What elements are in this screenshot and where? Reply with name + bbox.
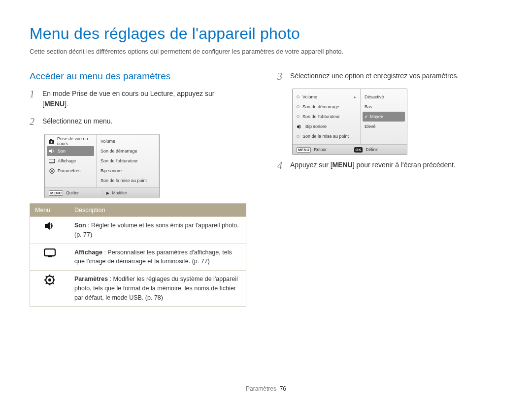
camera-screen-options: Volume▸ Son de démarrage Son de l'obtura… (292, 89, 407, 155)
sound-icon (297, 123, 302, 129)
step-2: 2 Sélectionnez un menu. (30, 116, 255, 127)
list-item: Bip sonore (100, 166, 156, 176)
chevron-right-icon: ▸ (354, 95, 356, 99)
row-icon-sound (30, 217, 70, 244)
term: Son (74, 222, 86, 229)
camera-right-list: Volume Son de démarrage Son de l'obturat… (97, 134, 159, 187)
option-item: Elevé (363, 122, 405, 131)
table-row: Son : Régler le volume et les sons émis … (30, 217, 246, 244)
display-icon (44, 248, 56, 257)
step4-text-b: ] pour revenir à l'écran précédent. (353, 161, 456, 169)
play-icon: ▶ (106, 191, 109, 195)
svg-line-20 (53, 276, 54, 277)
step4-text-a: Appuyez sur [ (290, 161, 332, 169)
menu-key-label: MENU (44, 100, 65, 108)
menu-key-label: MENU (332, 161, 353, 169)
footer-label: Retour (314, 147, 327, 152)
row-icon-settings (30, 271, 70, 307)
side-item-settings: Paramètres (45, 166, 96, 176)
svg-rect-4 (49, 159, 55, 163)
check-icon: ✔ (365, 115, 368, 119)
svg-point-12 (48, 278, 51, 281)
step-text: En mode Prise de vue en cours ou Lecture… (42, 89, 255, 109)
gear-icon (49, 168, 55, 174)
svg-rect-10 (48, 256, 52, 257)
step-number: 2 (30, 116, 37, 127)
term: Affichage (74, 249, 102, 256)
svg-marker-8 (45, 222, 50, 230)
svg-point-7 (51, 170, 52, 171)
list-item: Son de l'obturateur (296, 112, 357, 122)
table-row: Paramètres : Modifier les réglages du sy… (30, 271, 246, 307)
camera-screen-menu: Prise de vue en cours Son (44, 134, 160, 198)
col-description: Description (69, 204, 246, 217)
svg-line-18 (53, 283, 54, 284)
step-number: 1 (30, 89, 37, 109)
ok-tag: OK (354, 147, 363, 153)
list-item: Bip sonore (296, 122, 357, 131)
side-item-shooting: Prise de vue en cours (45, 136, 96, 146)
bullet-icon (297, 105, 299, 108)
side-item-label: Paramètres (58, 168, 81, 173)
bullet-icon (297, 115, 299, 118)
footer-label: Modifier (112, 190, 127, 195)
term: Paramètres (74, 276, 108, 282)
bullet-icon (297, 95, 299, 98)
footer-right: OK Définir (350, 147, 407, 153)
sound-icon (49, 148, 55, 154)
manual-page: Menu des réglages de l'appareil photo Ce… (0, 0, 532, 401)
row-desc: Affichage : Personnaliser les paramètres… (69, 244, 246, 271)
camera-footer: MENU Quitter ▶ Modifier (45, 187, 159, 198)
camera-icon (49, 138, 54, 144)
camera-body: Prise de vue en cours Son (45, 134, 159, 187)
step-1: 1 En mode Prise de vue en cours ou Lectu… (30, 89, 255, 109)
side-item-label: Affichage (58, 158, 76, 163)
side-item-label: Prise de vue en cours (57, 136, 92, 146)
list-item: Volume (100, 136, 156, 146)
bullet-icon (297, 135, 299, 138)
side-item-label: Son (58, 149, 66, 154)
menu-tag: MENU (49, 190, 63, 196)
gear-icon (44, 275, 55, 285)
svg-point-2 (51, 141, 53, 143)
row-desc: Son : Régler le volume et les sons émis … (69, 217, 246, 244)
list-item: Son de démarrage (296, 102, 357, 112)
step-3: 3 Sélectionnez une option et enregistrez… (277, 71, 502, 82)
footer-left: MENU Quitter (45, 190, 102, 196)
display-icon (49, 158, 55, 164)
bracket-close: ]. (65, 100, 68, 108)
option-item: Désactivé (363, 92, 405, 102)
list-item: Volume▸ (296, 92, 357, 102)
table-row: Affichage : Personnaliser les paramètres… (30, 244, 246, 271)
row-desc: Paramètres : Modifier les réglages du sy… (69, 271, 246, 307)
col-menu: Menu (30, 204, 70, 217)
page-title: Menu des réglages de l'appareil photo (30, 25, 502, 43)
step-number: 4 (277, 160, 285, 171)
list-item: Son de l'obturateur (100, 156, 156, 166)
table-header-row: Menu Description (30, 204, 246, 217)
section-heading: Accéder au menu des paramètres (30, 71, 255, 82)
svg-line-19 (46, 283, 47, 284)
svg-marker-21 (297, 124, 299, 129)
svg-rect-9 (44, 249, 55, 256)
footer-label: Définir (366, 147, 378, 152)
camera-options-list: Désactivé Bas ✔Moyen Elevé (361, 89, 407, 144)
menu-description-table: Menu Description Son : Régler le volume … (30, 203, 246, 307)
two-column-layout: Accéder au menu des paramètres 1 En mode… (30, 68, 502, 307)
step1-text-a: En mode Prise de vue en cours ou Lecture… (42, 90, 214, 97)
option-item-selected: ✔Moyen (363, 112, 405, 122)
footer-left: MENU Retour (293, 147, 350, 153)
right-column: 3 Sélectionnez une option et enregistrez… (277, 68, 502, 307)
row-icon-display (30, 244, 70, 271)
step-text: Sélectionnez un menu. (42, 116, 255, 127)
svg-rect-1 (50, 139, 52, 140)
step-text: Sélectionnez une option et enregistrez v… (290, 71, 502, 82)
list-item: Son de la mise au point (296, 131, 357, 141)
camera-side-menu: Prise de vue en cours Son (45, 134, 97, 187)
page-footer: Paramètres 76 (0, 385, 532, 392)
svg-rect-5 (51, 163, 53, 163)
menu-tag: MENU (297, 147, 311, 153)
side-item-display: Affichage (45, 156, 96, 166)
list-item: Son de démarrage (100, 146, 156, 156)
step-text: Appuyez sur [MENU] pour revenir à l'écra… (290, 160, 502, 171)
